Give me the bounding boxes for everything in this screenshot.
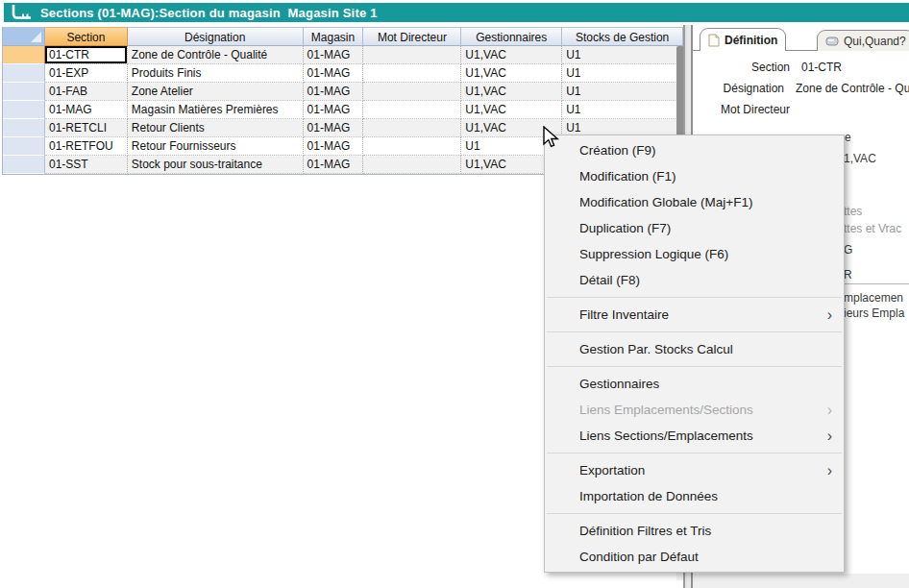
field-designation: Désignation Zone de Contrôle - Qualité [693,82,909,95]
field-label: Section [693,61,790,74]
note-icon [708,34,720,47]
menu-item-label: Filtre Inventaire [579,307,669,322]
clock-icon [825,37,839,46]
tab-label: Qui,Quand? [844,35,906,48]
cell-mot-directeur[interactable] [363,156,461,174]
submenu-arrow-icon: › [827,457,832,483]
grid-corner-cell[interactable] [3,27,45,46]
menu-item-label: Liens Sections/Emplacements [579,429,753,443]
row-selector[interactable] [3,101,45,119]
cell-gestionnaires[interactable]: U1,VAC [461,46,562,64]
menu-item-importation-de-donnees[interactable]: Importation de Données [545,483,844,509]
menu-item-definition-filtres-et-tris[interactable]: Définition Filtres et Tris [545,518,844,544]
row-selector[interactable] [3,83,45,101]
column-header-section[interactable]: Section [45,27,128,46]
submenu-arrow-icon: › [827,302,832,328]
cell-gestionnaires[interactable]: U1,VAC [461,83,562,101]
field-mot-directeur: Mot Directeur [693,103,909,116]
tab-definition[interactable]: Définition [700,28,786,51]
cell-gestionnaires[interactable]: U1,VAC [461,101,562,119]
table-row: 01-MAG Magasin Matières Premières 01-MAG… [3,101,683,119]
menu-item-exportation[interactable]: Exportation› [545,457,844,483]
menu-item-liens-emplacements-sections[interactable]: Liens Emplacements/Sections› [545,397,844,423]
column-header-magasin[interactable]: Magasin [304,27,364,46]
cell-stocks[interactable]: U1 [562,46,683,64]
menu-item-duplication[interactable]: Duplication (F7) [545,215,844,241]
cell-magasin[interactable]: 01-MAG [304,83,364,101]
cell-gestionnaires[interactable]: U1,VAC [461,64,562,83]
cell-mot-directeur[interactable] [363,101,461,119]
cell-section[interactable]: 01-RETCLI [45,119,128,137]
menu-item-modification-globale[interactable]: Modification Globale (Maj+F1) [545,189,844,215]
menu-item-gestionnaires[interactable]: Gestionnaires [545,371,844,397]
cell-magasin[interactable]: 01-MAG [304,101,364,119]
clipped-text-fragment: e [845,131,851,144]
cell-designation[interactable]: Magasin Matières Premières [128,101,304,119]
cell-section[interactable]: 01-EXP [45,64,128,83]
corner-triangle-icon [31,32,41,42]
clipped-text-fragment: R [844,268,852,282]
panel-bottom-strip [693,574,909,588]
cell-magasin[interactable]: 01-MAG [304,119,364,137]
tab-qui-quand[interactable]: Qui,Quand? [817,30,909,51]
menu-item-creation[interactable]: Création (F9) [545,137,844,163]
cell-section[interactable]: 01-RETFOU [45,137,128,156]
cell-stocks[interactable]: U1 [562,83,683,101]
clipped-text-fragment: mplacemen [844,291,903,305]
column-header-mot-directeur[interactable]: Mot Directeur [363,27,461,46]
mouse-cursor [541,126,564,149]
cell-section[interactable]: 01-SST [45,156,128,174]
cell-magasin[interactable]: 01-MAG [304,156,364,174]
clipped-text-fragment: ttes et Vrac [844,222,901,235]
field-label: Désignation [693,82,784,95]
cell-designation[interactable]: Zone Atelier [128,83,304,101]
clipped-text-fragment: ieurs Empla [844,306,904,320]
field-value: 01-CTR [801,61,842,74]
cell-magasin[interactable]: 01-MAG [304,46,364,64]
row-selector[interactable] [3,119,45,137]
field-section: Section 01-CTR [693,61,909,74]
cell-mot-directeur[interactable] [363,137,461,156]
menu-item-liens-sections-emplacements[interactable]: Liens Sections/Emplacements› [545,423,844,449]
menu-item-condition-par-defaut[interactable]: Condition par Défaut [545,544,844,570]
menu-item-label: Liens Emplacements/Sections [579,403,753,417]
row-selector[interactable] [3,156,45,174]
cell-section[interactable]: 01-MAG [45,101,128,119]
menu-item-modification[interactable]: Modification (F1) [545,163,844,189]
menu-item-filtre-inventaire[interactable]: Filtre Inventaire› [545,302,844,328]
cell-section[interactable]: 01-FAB [45,83,128,101]
table-row: 01-CTR Zone de Contrôle - Qualité 01-MAG… [3,46,683,64]
clipped-text-fragment: 1,VAC [844,152,876,165]
cell-designation[interactable]: Zone de Contrôle - Qualité [128,46,304,64]
cell-mot-directeur[interactable] [363,46,461,64]
cell-stocks[interactable]: U1 [562,64,683,83]
cell-magasin[interactable]: 01-MAG [304,137,364,156]
column-header-stocks-de-gestion[interactable]: Stocks de Gestion [562,27,683,46]
cell-magasin[interactable]: 01-MAG [304,64,364,83]
grid-header-row: Section Désignation Magasin Mot Directeu… [3,27,683,46]
row-selector[interactable] [3,46,45,64]
menu-item-detail[interactable]: Détail (F8) [545,267,844,293]
cell-mot-directeur[interactable] [363,64,461,83]
menu-item-suppression-logique[interactable]: Suppression Logique (F6) [545,241,844,267]
cell-designation[interactable]: Retour Fournisseurs [128,137,304,156]
column-header-designation[interactable]: Désignation [128,27,304,46]
clipped-text-fragment: G [844,243,852,257]
row-selector[interactable] [3,64,45,83]
menu-item-label: Exportation [579,463,645,478]
table-row: 01-EXP Produits Finis 01-MAG U1,VAC U1 [3,64,683,83]
window-title: Sections (01-MAG):Section du magasin Mag… [40,6,378,20]
cell-designation[interactable]: Stock pour sous-traitance [128,156,304,174]
cell-stocks[interactable]: U1 [562,101,683,119]
tab-label: Définition [725,34,777,47]
cell-designation[interactable]: Produits Finis [128,64,304,83]
column-header-gestionnaires[interactable]: Gestionnaires [461,27,562,46]
cell-section[interactable]: 01-CTR [45,46,128,64]
menu-item-gestion-par-stocks-calcul[interactable]: Gestion Par. Stocks Calcul [545,336,844,362]
cell-mot-directeur[interactable] [363,83,461,101]
field-label: Mot Directeur [693,103,790,116]
row-selector[interactable] [3,137,45,156]
menu-separator [547,366,842,367]
cell-designation[interactable]: Retour Clients [128,119,304,137]
cell-mot-directeur[interactable] [363,119,461,137]
